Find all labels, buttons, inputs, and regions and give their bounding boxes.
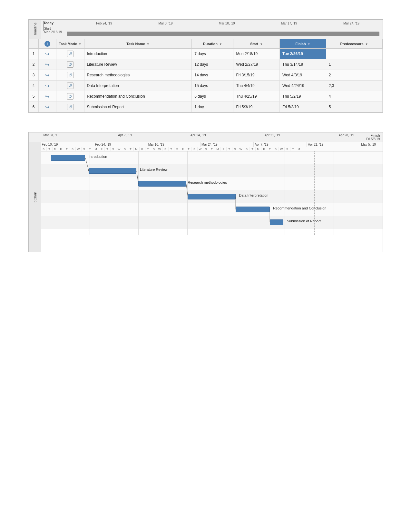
gantt-main-area: Feb 10, '19 Feb 24, '19 Mar 10, '19 Mar … xyxy=(41,142,383,252)
gantt-bottom-date-3: Apr 14, '19 xyxy=(191,133,206,137)
day-letter-5-3: F xyxy=(261,147,267,151)
cell-duration: 6 days xyxy=(192,91,233,102)
cell-start: Wed 2/27/19 xyxy=(233,59,280,70)
day-letter-4-2: M xyxy=(215,147,221,151)
cell-row-num: 2 xyxy=(29,59,38,70)
task-mode-badge: ↺ xyxy=(67,51,73,57)
gantt-bottom-date-2: Apr 7, '19 xyxy=(118,133,132,137)
gantt-bar-label-1: Introduction xyxy=(89,155,107,159)
day-letter-6-2: M xyxy=(296,147,302,151)
cell-task-name: Submission of Report xyxy=(84,102,192,112)
timeline-date-1: Feb 24, '19 xyxy=(96,22,112,25)
col-header-start[interactable]: Start ▼ xyxy=(233,39,280,49)
finish-info-area: Finish Fri 5/3/19 xyxy=(357,133,383,141)
day-letter-1-6: W xyxy=(116,147,122,151)
task-mode-badge: ↺ xyxy=(67,82,73,89)
task-mode-icon: ↪ xyxy=(45,62,49,67)
cell-task-mode: ↺ xyxy=(56,91,84,102)
col-header-info: i xyxy=(38,39,56,49)
cell-finish: Wed 4/24/19 xyxy=(280,81,326,91)
col-header-num xyxy=(29,39,38,49)
col-header-task-mode[interactable]: Task Mode ▼ xyxy=(56,39,84,49)
col-header-predecessors[interactable]: Predecessors ▼ xyxy=(326,39,382,49)
predecessors-sort-arrow: ▼ xyxy=(365,43,368,46)
cell-predecessors: 1 xyxy=(326,59,382,70)
day-letter-0-6: W xyxy=(76,147,82,151)
day-letter-5-5: S xyxy=(273,147,279,151)
gantt-bar-label-2: Literature Review xyxy=(140,168,168,171)
day-letter-4-4: T xyxy=(227,147,232,151)
col-header-duration[interactable]: Duration ▼ xyxy=(192,39,233,49)
day-letter-1-0: S xyxy=(82,147,87,151)
today-line xyxy=(44,21,44,31)
gantt-bar-label-5: Recommendation and Conclusion xyxy=(273,206,326,210)
cell-task-mode: ↺ xyxy=(56,81,84,91)
cell-row-num: 6 xyxy=(29,102,38,112)
timeline-date-5: Mar 24, '19 xyxy=(343,22,359,25)
dg-label-1: Feb 10, '19 xyxy=(41,142,94,147)
dg-label-4: Mar 24, '19 xyxy=(201,142,254,147)
task-mode-icon: ↪ xyxy=(45,83,49,89)
day-letter-5-6: W xyxy=(279,147,285,151)
gantt-bar-label-4: Data Interpretation xyxy=(239,193,268,197)
gantt-bar-6 xyxy=(270,219,283,225)
gantt-top-section: Timeline Today Start Mon 2/18/19 Feb 24,… xyxy=(28,19,383,113)
gantt-bottom-date-5: Apr 28, '19 xyxy=(338,133,354,137)
today-marker: Today xyxy=(44,21,54,25)
day-letter-4-5: S xyxy=(232,147,238,151)
gantt-day-letters: STMFTSWSTMFTSWSTMFTSWSTMFTSWSTMFTSWSTMFT… xyxy=(41,147,383,151)
table-row: 3↪↺Research methodologies14 daysFri 3/15… xyxy=(29,70,382,81)
cell-task-name: Introduction xyxy=(84,49,192,59)
day-letter-5-0: S xyxy=(244,147,250,151)
gantt-chart-outer: t Chart Feb 10, '19 Feb 24, '19 Mar 10, … xyxy=(29,142,383,252)
col-header-task-name[interactable]: Task Name ▼ xyxy=(84,39,192,49)
table-row: 6↪↺Submission of Report1 dayFri 5/3/19Fr… xyxy=(29,102,382,112)
cell-info: ↪ xyxy=(38,102,56,112)
day-letter-2-0: S xyxy=(122,147,128,151)
cell-info: ↪ xyxy=(38,81,56,91)
day-letter-3-4: T xyxy=(186,147,192,151)
timeline-progress-bar xyxy=(67,32,379,36)
gantt-bar-1 xyxy=(51,155,85,161)
task-mode-badge: ↺ xyxy=(67,93,73,100)
day-letter-3-1: T xyxy=(169,147,174,151)
cell-duration: 14 days xyxy=(192,70,233,81)
gantt-bar-label-6: Submission of Report xyxy=(287,219,321,223)
task-mode-icon: ↪ xyxy=(45,94,49,99)
vline-1 xyxy=(90,151,90,235)
task-mode-icon: ↪ xyxy=(45,51,49,57)
timeline-strip: Timeline Today Start Mon 2/18/19 Feb 24,… xyxy=(29,20,383,39)
timeline-date-2: Mar 3, '19 xyxy=(158,22,172,25)
cell-predecessors: 2 xyxy=(326,70,382,81)
cell-task-name: Research methodologies xyxy=(84,70,192,81)
day-letter-3-3: F xyxy=(180,147,186,151)
day-letter-1-5: S xyxy=(111,147,116,151)
cell-task-mode: ↺ xyxy=(56,59,84,70)
cell-finish: Thu 5/2/19 xyxy=(280,91,326,102)
day-letter-2-6: W xyxy=(157,147,163,151)
gantt-date-row2: STMFTSWSTMFTSWSTMFTSWSTMFTSWSTMFTSWSTMFT… xyxy=(41,147,383,151)
timeline-content: Today Start Mon 2/18/19 Feb 24, '19 Mar … xyxy=(41,20,383,39)
day-letter-3-0: S xyxy=(163,147,169,151)
task-mode-icon: ↪ xyxy=(45,104,49,110)
cell-duration: 15 days xyxy=(192,81,233,91)
day-letter-4-1: T xyxy=(209,147,215,151)
day-letter-5-4: T xyxy=(267,147,273,151)
today-label: Today xyxy=(44,21,54,25)
cell-finish: Thu 3/14/19 xyxy=(280,59,326,70)
cell-row-num: 1 xyxy=(29,49,38,59)
cell-duration: 7 days xyxy=(192,49,233,59)
dg-label-2: Feb 24, '19 xyxy=(94,142,147,147)
col-header-finish[interactable]: Finish ▼ xyxy=(280,39,326,49)
info-icon[interactable]: i xyxy=(44,41,50,47)
day-letter-2-2: M xyxy=(134,147,140,151)
start-sort-arrow: ▼ xyxy=(260,43,263,46)
gantt-date-row1: Feb 10, '19 Feb 24, '19 Mar 10, '19 Mar … xyxy=(41,142,383,147)
dg-label-3: Mar 10, '19 xyxy=(147,142,201,147)
timeline-date-4: Mar 17, '19 xyxy=(281,22,297,25)
cell-start: Thu 4/25/19 xyxy=(233,91,280,102)
task-name-sort-arrow: ▼ xyxy=(147,43,150,46)
gantt-bottom-date-1: Mar 31, '19 xyxy=(44,133,60,137)
cell-task-mode: ↺ xyxy=(56,102,84,112)
vline-3 xyxy=(187,151,188,235)
